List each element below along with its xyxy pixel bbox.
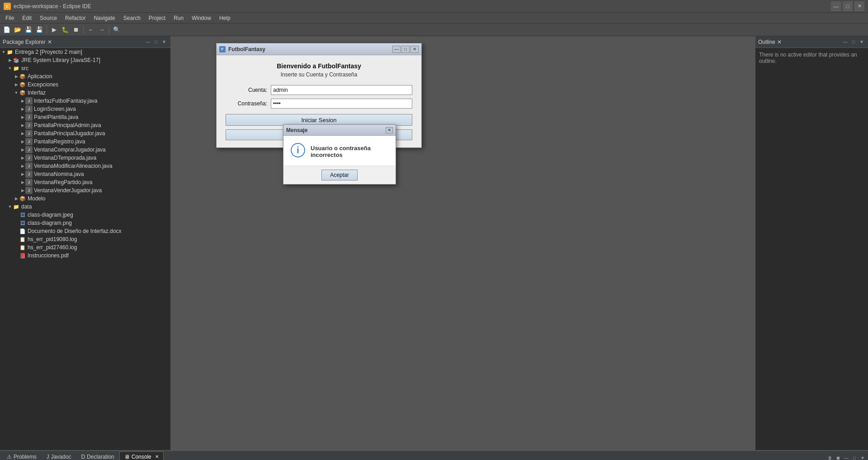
console-clear-btn[interactable]: 🗑 (826, 454, 834, 460)
menu-navigate[interactable]: Navigate (90, 13, 118, 23)
tree-item[interactable]: ▶JLoginScreen.java (0, 105, 170, 113)
aceptar-button[interactable]: Aceptar (321, 170, 358, 180)
tree-item[interactable]: ▼📁Entrega 2 [Proyecto 2 main] (0, 48, 170, 56)
console-maximize-btn[interactable]: □ (851, 454, 858, 460)
console-close-icon[interactable]: ✕ (155, 454, 159, 459)
tree-arrow[interactable]: ▶ (14, 74, 19, 79)
toolbar-open[interactable]: 📂 (13, 25, 23, 35)
tree-item[interactable]: 🖼class-diagram.jpeg (0, 211, 170, 219)
toolbar-stop[interactable]: ⏹ (71, 25, 81, 35)
tree-arrow[interactable]: ▶ (20, 98, 25, 104)
tree-item[interactable]: ▶📦Excepciones (0, 81, 170, 89)
toolbar-save[interactable]: 💾 (24, 25, 33, 35)
tree-arrow[interactable] (14, 253, 19, 258)
tree-arrow[interactable]: ▶ (14, 196, 19, 201)
tree-item[interactable]: 🖼class-diagram.png (0, 219, 170, 227)
tab-declaration[interactable]: D Declaration (76, 451, 119, 460)
toolbar-run[interactable]: ▶ (49, 25, 59, 35)
tree-item[interactable]: ▶JPantallaRegistro.java (0, 138, 170, 146)
tree-item[interactable]: 📕Instrucciones.pdf (0, 251, 170, 260)
tree-item[interactable]: 📋hs_err_pid19080.log (0, 235, 170, 243)
tree-arrow[interactable]: ▶ (20, 131, 25, 136)
tree-item[interactable]: ▶📦Aplicacion (0, 72, 170, 81)
tree-arrow[interactable] (14, 237, 19, 242)
menu-edit[interactable]: Edit (19, 13, 35, 23)
console-viewmenu-btn[interactable]: ▼ (859, 454, 866, 460)
tree-arrow[interactable]: ▶ (14, 82, 19, 87)
tree-arrow[interactable]: ▶ (20, 180, 25, 185)
tree-item[interactable]: ▶JInterfazFutbolFantasy.java (0, 97, 170, 105)
menu-search[interactable]: Search (120, 13, 144, 23)
tree-arrow[interactable]: ▶ (20, 114, 25, 120)
outline-maximize-btn[interactable]: □ (850, 38, 857, 46)
tree-arrow[interactable]: ▶ (20, 188, 25, 193)
tree-arrow[interactable] (14, 228, 19, 234)
tree-item[interactable]: ▶JPanelPlantilla.java (0, 113, 170, 121)
tree-arrow[interactable]: ▶ (20, 139, 25, 144)
tree-arrow[interactable] (14, 245, 19, 250)
tree-label: VentanaRegPartido.java (34, 179, 92, 185)
tree-arrow[interactable]: ▶ (20, 155, 25, 161)
tree-item[interactable]: ▶JVentanaRegPartido.java (0, 178, 170, 186)
tab-problems[interactable]: ⚠ Problems (2, 451, 42, 460)
tree-item[interactable]: ▼📦Interfaz (0, 89, 170, 97)
menu-window[interactable]: Window (188, 13, 215, 23)
tree-item[interactable]: ▶📚JRE System Library [JavaSE-17] (0, 56, 170, 64)
menu-file[interactable]: File (2, 13, 18, 23)
tree-arrow[interactable]: ▼ (7, 66, 13, 71)
mensaje-footer: Aceptar (283, 166, 396, 184)
tree-item[interactable]: ▼📁data (0, 203, 170, 211)
toolbar-save-all[interactable]: 💾 (34, 25, 44, 35)
toolbar-next[interactable]: → (97, 25, 107, 35)
outline-viewmenu-btn[interactable]: ▼ (858, 38, 865, 46)
futbol-dialog-minimize[interactable]: — (392, 46, 401, 53)
tree-item[interactable]: ▶JVentanaVenderJugador.java (0, 186, 170, 194)
tree-arrow[interactable]: ▶ (20, 123, 25, 128)
tree-arrow[interactable]: ▶ (7, 57, 13, 63)
outline-minimize-btn[interactable]: — (842, 38, 849, 46)
tree-item[interactable]: ▶JVentanaModificarAlineacion.java (0, 162, 170, 170)
mensaje-close-button[interactable]: ✕ (386, 127, 393, 133)
futbol-dialog-close[interactable]: ✕ (410, 46, 419, 53)
tree-item[interactable]: 📋hs_err_pid27460.log (0, 243, 170, 251)
panel-maximize-btn[interactable]: □ (152, 38, 160, 46)
tree-arrow[interactable] (14, 220, 19, 226)
tree-item[interactable]: ▶JPantallaPrincipalAdmin.java (0, 121, 170, 129)
tree-arrow[interactable]: ▶ (20, 147, 25, 152)
menu-project[interactable]: Project (145, 13, 169, 23)
tree-item[interactable]: ▼📁src (0, 64, 170, 72)
tree-arrow[interactable]: ▼ (7, 204, 13, 209)
toolbar-prev[interactable]: ← (86, 25, 96, 35)
minimize-button[interactable]: — (831, 1, 841, 11)
tree-item[interactable]: ▶JVentanaComprarJugador.java (0, 146, 170, 154)
tree-item[interactable]: 📄Documento de Diseño de Interfaz.docx (0, 227, 170, 235)
panel-viewmenu-btn[interactable]: ▼ (160, 38, 168, 46)
tree-item[interactable]: ▶JVentanaNomina.java (0, 170, 170, 178)
futbol-dialog-maximize[interactable]: □ (401, 46, 410, 53)
console-stop-btn[interactable]: ⏹ (835, 454, 842, 460)
cuenta-input[interactable] (271, 85, 412, 95)
close-button[interactable]: ✕ (854, 1, 864, 11)
toolbar-debug[interactable]: 🐛 (60, 25, 70, 35)
tree-arrow[interactable] (14, 212, 19, 218)
tree-arrow[interactable]: ▼ (14, 90, 19, 95)
menu-run[interactable]: Run (170, 13, 187, 23)
tree-item[interactable]: ▶📦Modelo (0, 194, 170, 203)
console-minimize-btn[interactable]: — (843, 454, 850, 460)
tree-arrow[interactable]: ▶ (20, 106, 25, 112)
menu-help[interactable]: Help (216, 13, 234, 23)
tree-arrow[interactable]: ▶ (20, 171, 25, 177)
menu-refactor[interactable]: Refactor (61, 13, 89, 23)
tab-javadoc[interactable]: J Javadoc (42, 451, 76, 460)
maximize-button[interactable]: □ (843, 1, 853, 11)
toolbar-search[interactable]: 🔍 (112, 25, 122, 35)
tree-arrow[interactable]: ▶ (20, 163, 25, 169)
tree-item[interactable]: ▶JVentanaDTemporada.java (0, 154, 170, 162)
tab-console[interactable]: 🖥 Console ✕ (119, 451, 164, 460)
contrasena-input[interactable] (271, 99, 412, 109)
panel-minimize-btn[interactable]: — (144, 38, 151, 46)
toolbar-new[interactable]: 📄 (2, 25, 12, 35)
tree-item[interactable]: ▶JPantallaPrincipalJugador.java (0, 129, 170, 138)
menu-source[interactable]: Source (36, 13, 61, 23)
tree-arrow[interactable]: ▼ (1, 49, 6, 55)
